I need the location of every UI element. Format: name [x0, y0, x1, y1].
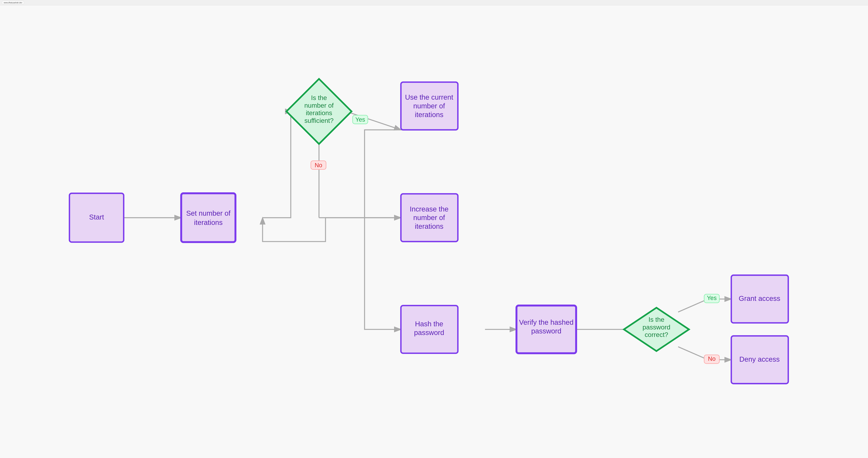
- set-iterations-node: [181, 193, 236, 242]
- is-sufficient-label3: iterations: [306, 109, 332, 117]
- verify-label2: password: [531, 327, 561, 335]
- set-iterations-label: Set number of: [186, 209, 230, 217]
- edge-set-sufficient: [262, 111, 292, 218]
- increase-label1: Increase the: [410, 205, 448, 213]
- flowchart-canvas: Yes No Yes No Start Set number of: [0, 5, 868, 458]
- use-current-label3: iterations: [415, 110, 443, 119]
- verify-label1: Verify the hashed: [519, 318, 574, 326]
- no-label-1: No: [315, 162, 322, 168]
- hash-label1: Hash the: [415, 320, 443, 328]
- grant-label: Grant access: [739, 294, 780, 302]
- set-iterations-label2: iterations: [194, 219, 223, 226]
- is-sufficient-label2: number of: [304, 102, 334, 109]
- increase-label2: number of: [413, 214, 445, 222]
- browser-url: www.dhairyashah.dev: [2, 1, 24, 4]
- is-correct-label2: password: [643, 324, 670, 331]
- hash-label2: password: [414, 329, 444, 336]
- is-correct-label1: Is the: [648, 316, 664, 323]
- is-sufficient-label1: Is the: [311, 94, 327, 101]
- yes-label-1: Yes: [355, 116, 365, 123]
- yes-label-2: Yes: [707, 295, 717, 301]
- flowchart-svg: Yes No Yes No Start Set number of: [0, 5, 868, 458]
- is-correct-label3: correct?: [645, 331, 668, 338]
- use-current-label2: number of: [413, 102, 445, 110]
- increase-label3: iterations: [415, 222, 443, 230]
- browser-bar: www.dhairyashah.dev: [0, 0, 868, 5]
- deny-label: Deny access: [739, 355, 780, 363]
- start-label: Start: [89, 213, 104, 221]
- is-sufficient-label4: sufficient?: [304, 117, 334, 124]
- use-current-label1: Use the current: [405, 93, 453, 101]
- no-label-2: No: [708, 355, 716, 362]
